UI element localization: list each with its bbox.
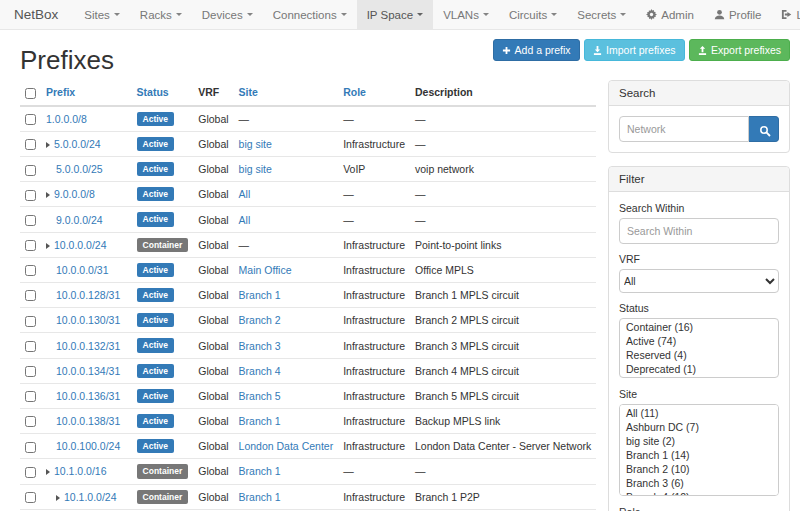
select-all-checkbox[interactable] [25, 88, 36, 99]
column-header-link[interactable]: Prefix [46, 86, 75, 98]
nav-item-devices[interactable]: Devices [192, 0, 263, 29]
row-checkbox[interactable] [25, 290, 36, 301]
row-checkbox[interactable] [25, 341, 36, 352]
option[interactable]: Container (16) [620, 320, 778, 334]
option[interactable]: Branch 1 (14) [620, 448, 778, 462]
row-checkbox[interactable] [25, 240, 36, 251]
search-within-input[interactable] [619, 218, 779, 244]
import-icon [593, 46, 602, 55]
row-checkbox[interactable] [25, 442, 36, 453]
site-link[interactable]: big site [239, 138, 272, 150]
site-link[interactable]: Branch 4 [239, 365, 281, 377]
site-link[interactable]: Branch 1 [239, 415, 281, 427]
chevron-down-icon [417, 13, 423, 16]
search-button[interactable] [749, 116, 779, 142]
prefix-link[interactable]: 10.1.0.0/16 [54, 465, 107, 477]
prefix-link[interactable]: 10.0.0.128/31 [56, 289, 120, 301]
option[interactable]: Reserved (4) [620, 348, 778, 362]
site-link[interactable]: Branch 3 [239, 340, 281, 352]
import-prefixes-button[interactable]: Import prefixes [584, 39, 684, 61]
row-checkbox[interactable] [25, 114, 36, 125]
description-cell: — [410, 207, 596, 232]
row-checkbox[interactable] [25, 391, 36, 402]
option[interactable]: big site (2) [620, 434, 778, 448]
role-cell: Infrastructure [338, 333, 410, 358]
prefix-link[interactable]: 5.0.0.0/25 [56, 163, 103, 175]
prefix-link[interactable]: 9.0.0.0/24 [56, 214, 103, 226]
site-link[interactable]: big site [239, 163, 272, 175]
prefix-link[interactable]: 1.0.0.0/8 [46, 113, 87, 125]
log-out-link[interactable]: Log out [771, 0, 800, 29]
prefix-link[interactable]: 10.0.0.130/31 [56, 314, 120, 326]
prefix-link[interactable]: 10.0.100.0/24 [56, 440, 120, 452]
export-prefixes-button[interactable]: Export prefixes [689, 39, 790, 61]
prefix-cell: 10.0.100.0/24 [41, 434, 132, 459]
site-link[interactable]: London Data Center [239, 440, 334, 452]
prefix-link[interactable]: 9.0.0.0/8 [54, 188, 95, 200]
nav-item-circuits[interactable]: Circuits [499, 0, 567, 29]
site-link[interactable]: Branch 1 [239, 465, 281, 477]
vrf-select[interactable]: All [619, 269, 779, 293]
nav-item-connections[interactable]: Connections [263, 0, 357, 29]
row-checkbox[interactable] [25, 265, 36, 276]
site-filter-select[interactable]: All (11)Ashburn DC (7)big site (2)Branch… [619, 404, 779, 496]
prefix-link[interactable]: 10.1.0.0/24 [64, 491, 117, 503]
indent-spacer [46, 349, 56, 350]
prefix-link[interactable]: 10.0.0.138/31 [56, 415, 120, 427]
column-header-link[interactable]: Role [343, 86, 366, 98]
prefix-link[interactable]: 10.0.0.0/31 [56, 264, 109, 276]
nav-item-sites[interactable]: Sites [74, 0, 130, 29]
row-checkbox[interactable] [25, 467, 36, 478]
status-badge: Active [137, 212, 175, 226]
nav-item-racks[interactable]: Racks [130, 0, 192, 29]
prefix-link[interactable]: 10.0.0.132/31 [56, 340, 120, 352]
option[interactable]: All (11) [620, 406, 778, 420]
indent-spacer [46, 399, 56, 400]
add-prefix-button[interactable]: Add a prefix [493, 39, 580, 61]
prefix-link[interactable]: 10.0.0.0/24 [54, 239, 107, 251]
nav-item-vlans[interactable]: VLANs [433, 0, 499, 29]
row-checkbox[interactable] [25, 492, 36, 503]
site-link[interactable]: All [239, 188, 251, 200]
indent-spacer [46, 323, 56, 324]
brand[interactable]: NetBox [14, 0, 58, 29]
profile-link[interactable]: Profile [704, 0, 772, 29]
row-checkbox[interactable] [25, 416, 36, 427]
toolbar: Add a prefix Import prefixes Export pref… [493, 39, 790, 61]
nav-item-ip-space[interactable]: IP Space [357, 0, 433, 29]
row-checkbox[interactable] [25, 165, 36, 176]
admin-link[interactable]: Admin [636, 0, 704, 29]
option[interactable]: Deprecated (1) [620, 362, 778, 376]
option[interactable]: Active (74) [620, 334, 778, 348]
row-checkbox[interactable] [25, 190, 36, 201]
status-badge: Active [137, 364, 175, 378]
column-header-link[interactable]: Status [137, 86, 169, 98]
option[interactable]: Branch 4 (12) [620, 490, 778, 496]
site-link[interactable]: Branch 5 [239, 390, 281, 402]
row-checkbox[interactable] [25, 366, 36, 377]
status-filter-select[interactable]: Container (16)Active (74)Reserved (4)Dep… [619, 318, 779, 378]
vrf-cell: Global [193, 106, 233, 132]
option[interactable]: Branch 3 (6) [620, 476, 778, 490]
site-link[interactable]: All [239, 214, 251, 226]
site-cell: Branch 4 [234, 358, 339, 383]
site-link[interactable]: Branch 2 [239, 314, 281, 326]
column-header-link[interactable]: Site [239, 86, 258, 98]
prefix-cell: 10.0.0.0/31 [41, 257, 132, 282]
option[interactable]: Branch 2 (10) [620, 462, 778, 476]
role-cell: — [338, 207, 410, 232]
prefix-link[interactable]: 10.0.0.134/31 [56, 365, 120, 377]
prefix-link[interactable]: 10.0.0.136/31 [56, 390, 120, 402]
row-checkbox[interactable] [25, 139, 36, 150]
prefix-link[interactable]: 5.0.0.0/24 [54, 138, 101, 150]
export-icon [698, 46, 707, 55]
search-input[interactable] [619, 116, 749, 142]
nav-item-secrets[interactable]: Secrets [567, 0, 636, 29]
site-link[interactable]: Main Office [239, 264, 292, 276]
row-checkbox[interactable] [25, 215, 36, 226]
site-link[interactable]: Branch 1 [239, 289, 281, 301]
row-checkbox[interactable] [25, 316, 36, 327]
option[interactable]: Ashburn DC (7) [620, 420, 778, 434]
prefix-cell: 10.0.0.134/31 [41, 358, 132, 383]
site-link[interactable]: Branch 1 [239, 491, 281, 503]
